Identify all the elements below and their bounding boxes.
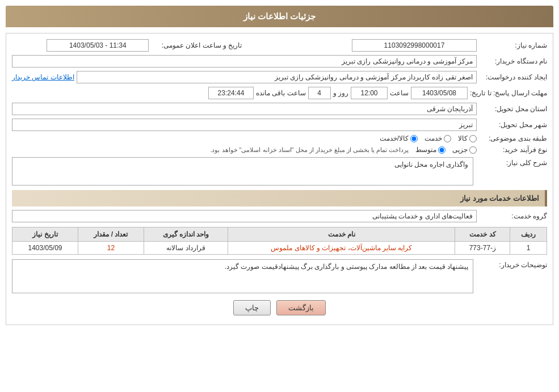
category-kala: کالا xyxy=(458,134,477,142)
description-value: واگذاری اجاره محل نانوایی xyxy=(394,161,468,168)
buyer-org-row: نام دستگاه خریدار: مرکز آموزشی و درمانی … xyxy=(12,55,547,68)
announce-datetime-value: 1403/05/03 - 11:34 xyxy=(47,39,149,52)
col-name: نام خدمت xyxy=(228,227,455,242)
need-number-row: شماره نیاز: 1103092998000017 تاریخ و ساع… xyxy=(12,39,547,52)
category-khedmat: خدمت xyxy=(424,134,451,142)
deadline-row: مهلت ارسال پاسخ: تا تاریخ: 1403/05/08 سا… xyxy=(12,87,547,99)
deadline-label: مهلت ارسال پاسخ: تا تاریخ: xyxy=(470,89,547,97)
buyer-notes-content: پیشنهاد قیمت بعد از مطالعه مدارک پیوستی … xyxy=(12,259,473,293)
category-row: طبقه بندی موضوعی: کالا خدمت کالا/خدمت xyxy=(12,134,547,142)
category-options: کالا خدمت کالا/خدمت xyxy=(12,134,477,142)
description-label: شرح کلی نیاز: xyxy=(473,157,547,167)
need-number-value: 1103092998000017 xyxy=(352,39,477,52)
description-row: شرح کلی نیاز: واگذاری اجاره محل نانوایی xyxy=(12,157,547,186)
buyer-notes-box: پیشنهاد قیمت بعد از مطالعه مدارک پیوستی … xyxy=(12,259,473,293)
province-row: استان محل تحویل: آذربایجان شرقی xyxy=(12,103,547,115)
process-options: جزیی متوسط پرداخت تمام یا بخشی از مبلغ خ… xyxy=(12,146,477,154)
creator-row: ایجاد کننده درخواست: اصغر تقی زاده کاربر… xyxy=(12,71,547,83)
process-motavasset: متوسط xyxy=(415,146,445,154)
creator-value: اصغر تقی زاده کاربرداز مرکز آموزشی و درم… xyxy=(77,71,477,83)
back-button[interactable]: بازگشت xyxy=(276,300,326,315)
buttons-row: بازگشت چاپ xyxy=(12,300,547,315)
process-jozii-radio[interactable] xyxy=(469,146,477,154)
creator-label: ایجاد کننده درخواست: xyxy=(479,73,547,81)
process-row: نوع فرآیند خرید: جزیی متوسط پرداخت تمام … xyxy=(12,146,547,154)
contact-link[interactable]: اطلاعات تماس خریدار xyxy=(12,73,74,81)
deadline-date-value: 1403/05/08 xyxy=(411,87,468,99)
buyer-org-value: مرکز آموزشی و درمانی روانپزشکی رازی تبری… xyxy=(12,55,477,68)
services-section-title: اطلاعات خدمات مورد نیاز xyxy=(12,190,547,206)
print-button[interactable]: چاپ xyxy=(233,300,271,315)
city-row: شهر محل تحویل: تبریز xyxy=(12,119,547,131)
need-number-label: شماره نیاز: xyxy=(479,41,547,49)
content-area: شماره نیاز: 1103092998000017 تاریخ و ساع… xyxy=(6,33,553,325)
table-header-row: ردیف کد خدمت نام خدمت واحد اندازه گیری ت… xyxy=(12,227,547,242)
description-content: واگذاری اجاره محل نانوایی xyxy=(12,157,473,186)
buyer-org-label: نام دستگاه خریدار: xyxy=(479,57,547,65)
col-date: تاریخ نیاز xyxy=(12,227,78,242)
service-group-value: فعالیت‌های اداری و خدمات پشتیبانی xyxy=(12,210,477,222)
col-code: کد خدمت xyxy=(455,227,510,242)
deadline-time-label: ساعت xyxy=(390,89,409,97)
deadline-days-value: 4 xyxy=(308,87,331,99)
category-kala-radio[interactable] xyxy=(469,135,477,142)
category-label: طبقه بندی موضوعی: xyxy=(479,134,547,142)
col-qty: تعداد / مقدار xyxy=(78,227,144,242)
city-value: تبریز xyxy=(12,119,477,131)
service-group-row: گروه خدمت: فعالیت‌های اداری و خدمات پشتی… xyxy=(12,210,547,222)
table-header: ردیف کد خدمت نام خدمت واحد اندازه گیری ت… xyxy=(12,227,547,242)
buyer-notes-row: توضیحات خریدار: پیشنهاد قیمت بعد از مطال… xyxy=(12,259,547,293)
category-kala-khedmat: کالا/خدمت xyxy=(380,134,418,142)
description-box: واگذاری اجاره محل نانوایی xyxy=(12,157,473,186)
page-header: جزئیات اطلاعات نیاز xyxy=(6,6,553,27)
process-motavasset-radio[interactable] xyxy=(438,146,445,154)
category-kala-label: کالا xyxy=(458,134,468,142)
cell-row-num: 1 xyxy=(510,242,547,255)
category-kala-khedmat-label: کالا/خدمت xyxy=(380,134,409,142)
table-row: 1 ز-77-773 کرایه سایر ماشین‌آلات، تجهیزا… xyxy=(12,242,547,255)
cell-code: ز-77-773 xyxy=(455,242,510,255)
announce-datetime-label: تاریخ و ساعت اعلان عمومی: xyxy=(151,41,242,49)
buyer-notes-label: توضیحات خریدار: xyxy=(473,259,547,269)
page-title: جزئیات اطلاعات نیاز xyxy=(243,11,316,21)
deadline-days-label: روز و xyxy=(333,89,348,97)
process-label: نوع فرآیند خرید: xyxy=(479,146,547,154)
page-wrapper: جزئیات اطلاعات نیاز شماره نیاز: 11030929… xyxy=(0,0,559,392)
process-note: پرداخت تمام یا بخشی از مبلغ خریدار از مح… xyxy=(210,146,409,154)
cell-unit: قرارداد سالانه xyxy=(144,242,228,255)
cell-qty: 12 xyxy=(78,242,144,255)
category-kala-khedmat-radio[interactable] xyxy=(410,135,418,142)
service-group-label: گروه خدمت: xyxy=(479,212,547,220)
deadline-time-value: 12:00 xyxy=(351,87,388,99)
category-khedmat-label: خدمت xyxy=(424,134,442,142)
process-motavasset-label: متوسط xyxy=(415,146,436,154)
remaining-label: ساعت باقی مانده xyxy=(256,89,306,97)
table-body: 1 ز-77-773 کرایه سایر ماشین‌آلات، تجهیزا… xyxy=(12,242,547,255)
process-jozii: جزیی xyxy=(452,146,477,154)
remaining-value: 23:24:44 xyxy=(208,87,254,99)
process-jozii-label: جزیی xyxy=(452,146,468,154)
province-value: آذربایجان شرقی xyxy=(12,103,477,115)
buyer-notes-value: پیشنهاد قیمت بعد از مطالعه مدارک پیوستی … xyxy=(225,263,468,271)
cell-name: کرایه سایر ماشین‌آلات، تجهیزات و کالاهای… xyxy=(228,242,455,255)
city-label: شهر محل تحویل: xyxy=(479,121,547,129)
province-label: استان محل تحویل: xyxy=(479,105,547,113)
category-khedmat-radio[interactable] xyxy=(444,135,451,142)
col-row-num: ردیف xyxy=(510,227,547,242)
cell-date: 1403/05/09 xyxy=(12,242,78,255)
services-table: ردیف کد خدمت نام خدمت واحد اندازه گیری ت… xyxy=(12,227,547,255)
col-unit: واحد اندازه گیری xyxy=(144,227,228,242)
